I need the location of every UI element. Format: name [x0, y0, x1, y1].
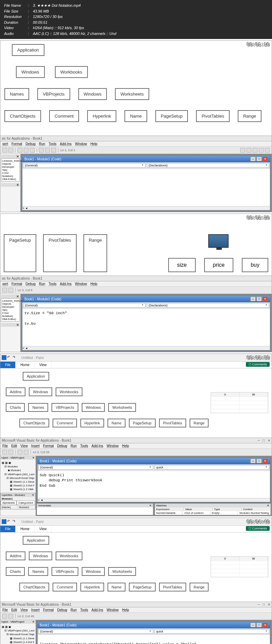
tree-item[interactable]: ▦ Sheet3 (1.2 VBA Editor) [2, 487, 34, 491]
col-header[interactable]: W [239, 393, 268, 397]
vbe-menubar[interactable]: sert Format Debug Run Tools Add-Ins Wind… [0, 141, 272, 147]
menu-item[interactable]: sert [2, 282, 8, 286]
save-icon[interactable] [2, 519, 6, 524]
tree-item[interactable]: VBA Editor) [2, 178, 19, 181]
properties-object[interactable]: Module1 [1, 497, 35, 501]
menu-item[interactable]: Help [91, 282, 98, 286]
menu-insert[interactable]: Insert [31, 444, 40, 448]
procedure-dropdown[interactable]: (Declarations) [147, 163, 269, 168]
object-dropdown[interactable]: (General) [23, 303, 145, 308]
menu-view[interactable]: View [20, 444, 28, 448]
toolbar-icon[interactable] [24, 148, 28, 153]
menu-help[interactable]: Help [122, 444, 129, 448]
stop-icon[interactable] [51, 148, 56, 153]
scroll-bar[interactable]: ≡ ◄ [38, 498, 270, 502]
menu-debug[interactable]: Debug [25, 142, 35, 146]
tree-item[interactable]: Lectures_Instruc [2, 299, 19, 302]
procedure-dropdown[interactable]: quick [155, 629, 270, 634]
close-icon[interactable]: ✕ [1, 323, 20, 327]
tree-item[interactable]: ⊟ VBAProject (S01_Lectures_Instruc [2, 629, 34, 632]
procedure-dropdown[interactable]: (Declarations) [147, 303, 269, 308]
toolbar-icon[interactable] [8, 614, 13, 619]
tree-item[interactable]: Developer Tab) [2, 165, 19, 172]
tree-item[interactable]: VBA Editor) [2, 318, 19, 321]
minimize-button[interactable]: ─ [250, 297, 256, 301]
object-dropdown[interactable]: (General) [38, 629, 153, 634]
code-titlebar[interactable]: Book1 - Module1 (Code) ─ □ ✕ [22, 296, 270, 302]
toolbar-icon[interactable] [8, 148, 13, 153]
col-header[interactable]: V [211, 393, 239, 397]
tree-item[interactable]: ▦ Sheet2 (1.3 Dot Notation) [2, 484, 34, 487]
close-icon[interactable]: ✕ [149, 504, 152, 507]
vbe-menubar[interactable]: File Edit View Insert Format Debug Run T… [0, 443, 272, 449]
save-icon[interactable] [2, 355, 6, 360]
menu-edit[interactable]: Edit [11, 444, 17, 448]
maximize-button[interactable]: □ [256, 157, 262, 161]
code-editor[interactable] [22, 169, 270, 206]
close-icon[interactable]: ✕ [32, 494, 34, 497]
tree-item[interactable]: ▦ Sheet1 (1.1 Developer Tab) [2, 637, 34, 640]
menu-tools[interactable]: Tools [48, 142, 56, 146]
toolbar-icon[interactable] [18, 450, 22, 455]
tree-item[interactable]: Objects [2, 302, 19, 305]
code-titlebar[interactable]: Book1 - Module1 (Code) ─ □ ✕ [38, 622, 270, 628]
vbe-menubar[interactable]: sert Format Debug Run Tools Add-Ins Wind… [0, 281, 272, 287]
close-icon[interactable]: ✕ [32, 456, 35, 459]
close-button[interactable]: ✕ [263, 623, 268, 627]
tree-item[interactable]: Lectures_Instruc [2, 159, 19, 162]
toolbar-icon[interactable] [24, 450, 28, 455]
code-editor[interactable]: tv.Size = "60 inch" tv.bu [22, 309, 270, 346]
comments-badge[interactable]: ☐ Comments [246, 526, 270, 531]
tree-item[interactable]: ⊟ VBAProject (S01_Lectures_Instruc [2, 472, 34, 476]
menu-addins[interactable]: Add-Ins [92, 444, 103, 448]
vbe-menubar[interactable]: File Edit View Insert Format Debug Run T… [0, 607, 272, 613]
menu-tools[interactable]: Tools [80, 444, 88, 448]
close-icon[interactable]: ✕ [1, 155, 20, 158]
menu-format[interactable]: Format [43, 608, 54, 612]
menu-run[interactable]: Run [71, 608, 77, 612]
toolbar-icon[interactable] [2, 614, 7, 619]
undo-icon[interactable]: ↶ [7, 355, 12, 360]
menu-debug[interactable]: Debug [57, 444, 67, 448]
menu-help[interactable]: Help [122, 608, 129, 612]
tree-item[interactable]: ⊟ Modules [2, 465, 34, 468]
menu-insert[interactable]: Insert [31, 608, 40, 612]
tab-file[interactable]: File [0, 362, 16, 368]
col-header[interactable]: V [211, 557, 239, 561]
maximize-button[interactable]: □ [256, 459, 262, 463]
tree-item[interactable]: Developer Tab) [2, 305, 19, 311]
prop-name-value[interactable]: Module1 [18, 505, 35, 509]
code-editor[interactable]: Sub quick() debug.Print thisworkbook End… [38, 471, 270, 498]
menu-view[interactable]: View [20, 608, 28, 612]
toolbar-icon[interactable] [8, 450, 13, 455]
toolbar-icon[interactable] [8, 288, 13, 293]
minimize-button[interactable]: ─ [250, 459, 256, 463]
scroll-bar[interactable]: ≡ ◄ [22, 346, 270, 350]
menu-run[interactable]: Run [71, 444, 77, 448]
pause-icon[interactable] [45, 148, 50, 153]
tree-item[interactable]: ▦ Sheet1 (1.1 Developer Tab) [2, 480, 34, 484]
menu-item[interactable]: Tools [48, 282, 56, 286]
object-dropdown[interactable]: (General) [23, 163, 145, 168]
toolbar-icon[interactable] [2, 450, 7, 455]
menu-window[interactable]: Window [75, 142, 87, 146]
maximize-button[interactable]: □ [256, 623, 262, 627]
menu-item[interactable]: Add-Ins [60, 282, 72, 286]
menu-help[interactable]: Help [91, 142, 98, 146]
undo-icon[interactable]: ↶ [7, 519, 12, 524]
menu-insert[interactable]: sert [2, 142, 8, 146]
tab-home[interactable]: Home [16, 362, 35, 368]
menu-tools[interactable]: Tools [80, 608, 88, 612]
tree-item[interactable]: Objects [2, 162, 19, 165]
watch-cell[interactable]: NumberVariable [155, 511, 183, 515]
menu-addins[interactable]: Add-Ins [60, 142, 72, 146]
minimize-button[interactable]: ─ [250, 157, 256, 161]
menu-format[interactable]: Format [12, 142, 22, 146]
toolbar-icon[interactable] [253, 148, 257, 153]
col-header[interactable]: W [239, 557, 268, 561]
menu-edit[interactable]: Edit [11, 608, 17, 612]
menu-run[interactable]: Run [39, 142, 45, 146]
tree-item[interactable]: ⊟ Microsoft Excel Objects [2, 632, 34, 636]
close-icon[interactable]: ✕ [32, 620, 35, 623]
procedure-dropdown[interactable]: quick [155, 465, 270, 470]
